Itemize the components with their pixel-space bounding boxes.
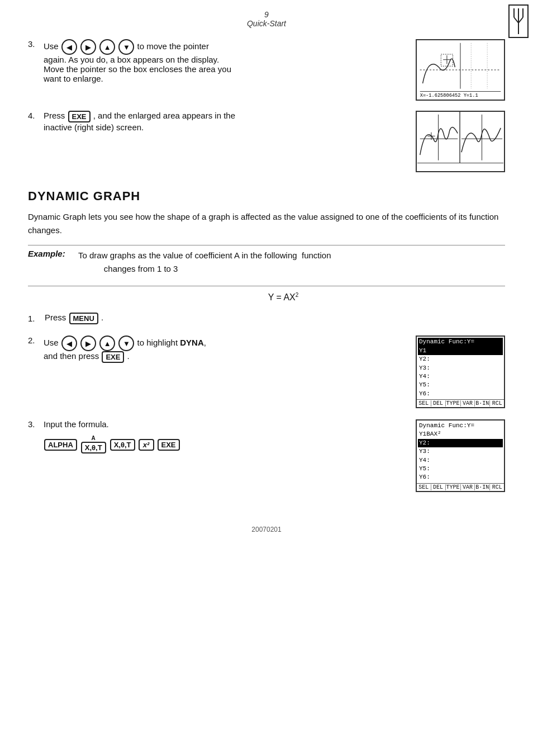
dg-step-3-left: 3. Input the formula. ALPHA A X,θ,T X,θ,… [28,419,404,458]
screen-row-y3-2: Y3: [418,447,503,456]
dg-arrow-right[interactable]: ▶ [80,336,96,351]
page-footer: 20070201 [0,526,533,533]
dg-step-3-screen: Dynamic Func:Y= Y1BAX² Y2: Y3: Y4: Y5: Y… [416,419,505,492]
graph-screen-2 [416,111,505,172]
exe-key-1[interactable]: EXE [68,111,91,122]
screen-row-y1-2: Y1BAX² [418,430,503,438]
super-a-label: A [92,436,96,441]
menu-rcl-2: RCL [490,484,504,490]
screen-menu-1: SEL DEL TYPE VAR B·IN RCL [417,399,504,407]
arrow-down-key[interactable]: ▼ [118,39,134,55]
dg-step-2: 2. Use ◀ ▶ ▲ ▼ to highlight DYNA, and th… [28,336,505,408]
step-3-screen: X=-1.625806452 Y=1.1 [416,39,505,101]
xtheta-t-key-2[interactable]: X,θ,T [110,439,135,451]
calc-screen-2: Dynamic Func:Y= Y1BAX² Y2: Y3: Y4: Y5: Y… [416,419,505,492]
page-number: 9 [0,10,533,19]
screen-row-y6-1: Y6: [418,390,503,398]
step-4: 4. Press EXE , and the enlarged area app… [28,111,505,172]
dg-step-2-body: Use ◀ ▶ ▲ ▼ to highlight DYNA, and then … [44,336,206,363]
screen-row-y6-2: Y6: [418,473,503,481]
dg-step-1-num: 1. [28,313,45,323]
calc-screen-1: Dynamic Func:Y= Y1 Y2: Y3: Y4: Y5: Y6: S… [416,336,505,408]
corner-decoration [508,4,529,38]
arrow-right-key[interactable]: ▶ [80,39,96,55]
dg-arrow-left[interactable]: ◀ [61,336,77,351]
step-3: 3. Use ◀ ▶ ▲ ▼ to move the pointer again… [28,39,505,101]
page-title: Quick-Start [0,19,533,28]
screen-row-y5-2: Y5: [418,465,503,473]
svg-line-4 [518,17,523,23]
key-sequence: ALPHA A X,θ,T X,θ,T x² EXE [44,436,180,453]
step-4-body: Press EXE , and the enlarged area appear… [44,111,235,132]
menu-var-1: VAR [461,400,475,407]
menu-sel-2: SEL [417,484,431,490]
dg-step-3-body: Input the formula. ALPHA A X,θ,T X,θ,T x… [44,419,180,458]
dg-arrow-up[interactable]: ▲ [99,336,115,351]
menu-type-1: TYPE [446,400,461,407]
screen-title-2: Dynamic Func:Y= [418,422,503,430]
svg-text:X=-1.625806452  Y=1.1: X=-1.625806452 Y=1.1 [420,93,478,98]
screen-row-y4-1: Y4: [418,372,503,381]
footer-text: 20070201 [251,526,281,533]
menu-bin-2: B·IN [475,484,490,490]
step-4-left: 4. Press EXE , and the enlarged area app… [28,111,404,132]
xtheta-t-key-1[interactable]: X,θ,T [81,442,106,453]
step-4-screen [416,111,505,172]
example-block: Example: To draw graphs as the value of … [28,249,505,276]
screen-row-y4-2: Y4: [418,456,503,465]
screen-row-y1-1: Y1 [418,347,503,355]
arrow-left-key[interactable]: ◀ [61,39,77,55]
press-label: Press [44,111,65,120]
menu-bin-1: B·IN [475,400,490,407]
exe-key-3[interactable]: EXE [158,439,180,451]
arrow-up-key[interactable]: ▲ [99,39,115,55]
main-content: 3. Use ◀ ▶ ▲ ▼ to move the pointer again… [0,34,533,509]
formula: Y = AX2 [61,292,505,303]
x2-key[interactable]: x² [139,439,154,451]
step-3-left: 3. Use ◀ ▶ ▲ ▼ to move the pointer again… [28,39,404,83]
screen-row-y5-1: Y5: [418,381,503,389]
screen-title-1: Dynamic Func:Y= [418,338,503,346]
dg-step-3-num: 3. [28,419,40,429]
xtheta-t-key-super: A X,θ,T [80,436,107,453]
dg-step-2-left: 2. Use ◀ ▶ ▲ ▼ to highlight DYNA, and th… [28,336,404,363]
screen-row-y2-2: Y2: [418,439,503,447]
dg-step-2-num: 2. [28,336,40,345]
alpha-key[interactable]: ALPHA [44,439,77,451]
step-3-num: 3. [28,39,40,49]
menu-key[interactable]: MENU [69,313,98,324]
dg-arrow-down[interactable]: ▼ [118,336,134,351]
menu-var-2: VAR [461,484,475,490]
dg-step-1-text: Press [45,313,69,323]
dynamic-graph-title: DYNAMIC GRAPH [28,189,505,204]
dg-step-1-content: Press MENU . [45,313,505,324]
example-divider [28,245,505,245]
menu-del-1: DEL [431,400,446,407]
dg-step-2-screen: Dynamic Func:Y= Y1 Y2: Y3: Y4: Y5: Y6: S… [416,336,505,408]
exe-key-2[interactable]: EXE [102,351,124,363]
dynamic-graph-desc: Dynamic Graph lets you see how the shape… [28,210,505,237]
dg-step-1: 1. Press MENU . [28,313,505,324]
dg-step-3: 3. Input the formula. ALPHA A X,θ,T X,θ,… [28,419,505,492]
graph-screen-1: X=-1.625806452 Y=1.1 [416,39,505,101]
screen-menu-2: SEL DEL TYPE VAR B·IN RCL [417,483,504,491]
menu-rcl-1: RCL [490,400,504,407]
example-text: To draw graphs as the value of coefficie… [78,249,505,276]
menu-type-2: TYPE [446,484,461,490]
menu-del-2: DEL [431,484,446,490]
example-divider-2 [28,286,505,286]
screen-row-y2-1: Y2: [418,355,503,363]
step-4-num: 4. [28,111,40,120]
page-header: 9 Quick-Start [0,0,533,34]
dg-step-1-period: . [101,313,103,323]
menu-sel-1: SEL [417,400,431,407]
screen-row-y3-1: Y3: [418,364,503,372]
step-3-body: Use ◀ ▶ ▲ ▼ to move the pointer again. A… [44,39,231,83]
example-label: Example: [28,249,78,276]
svg-line-3 [514,17,518,23]
